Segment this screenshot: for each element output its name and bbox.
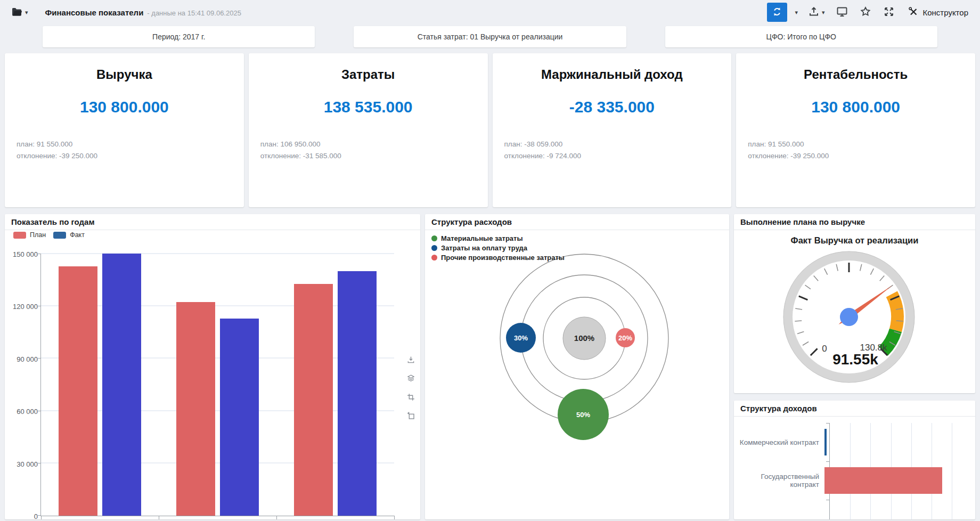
fullscreen-button[interactable]: [881, 4, 897, 21]
bar-Факт[interactable]: [338, 271, 377, 516]
panel-revenue-plan-gauge: Выполнение плана по выручке Факт Выручка…: [734, 214, 975, 393]
filter-cfo[interactable]: ЦФО: Итого по ЦФО: [665, 26, 937, 47]
favorite-button[interactable]: [858, 4, 873, 21]
bottom-row: Показатель по годам План Факт 030 00060 …: [5, 214, 975, 519]
bar-Факт[interactable]: [102, 254, 141, 516]
presentation-button[interactable]: [834, 4, 850, 21]
bars-plot: [40, 254, 394, 516]
bubble-label: 100%: [574, 333, 594, 343]
bubble-label: 50%: [576, 411, 590, 419]
y-axis-label: 150 000: [13, 250, 38, 258]
legend-label: Затраты на оплату труда: [441, 244, 527, 252]
x-axis-tick: [41, 516, 42, 519]
tools-icon: [908, 6, 919, 19]
toolbar: ▾ ▾: [767, 3, 971, 22]
legend-item-material[interactable]: Материальные затраты: [431, 234, 565, 242]
y-axis-label: 90 000: [17, 355, 38, 363]
refresh-button[interactable]: [767, 3, 787, 22]
y-axis-label: 0: [34, 512, 38, 520]
undo-box-icon: [406, 414, 416, 422]
kpi-plan: план: 106 950.000: [260, 139, 341, 150]
bar-Факт[interactable]: [220, 319, 259, 516]
panel-income-structure: Структура доходов Коммерческий контрактГ…: [734, 401, 975, 519]
legend-item-other[interactable]: Прочие производственные затраты: [431, 254, 565, 262]
bar-group: [159, 254, 276, 516]
kpi-title: Маржинальный доход: [493, 67, 732, 82]
gauge-value-label: 91.55k: [832, 351, 878, 368]
refresh-icon: [771, 6, 783, 19]
kpi-row: Выручка 130 800.000 план: 91 550.000 отк…: [5, 53, 975, 207]
legend-item-fact[interactable]: Факт: [53, 231, 85, 239]
hbar-bar[interactable]: [824, 467, 942, 494]
kpi-value: 138 535.000: [249, 98, 488, 116]
kpi-deviation: отклонение: -39 250.000: [748, 150, 829, 162]
panel-title: Показатель по годам: [5, 214, 420, 230]
panel-title: Структура расходов: [425, 214, 729, 230]
bar-group: [41, 254, 159, 516]
y-axis-label: 60 000: [17, 408, 38, 416]
kpi-meta: план: 91 550.000 отклонение: -39 250.000: [17, 139, 97, 162]
legend-label: Материальные затраты: [441, 234, 523, 242]
hbar-category-label: Государственный контракт: [734, 473, 824, 489]
bubble-label: 30%: [514, 334, 528, 342]
constructor-button[interactable]: Конструктор: [904, 5, 971, 20]
gauge-chart: 0130.8k91.55k: [734, 230, 975, 393]
layers-button[interactable]: [405, 372, 417, 386]
kpi-value: -28 335.000: [493, 98, 732, 116]
zoom-select-button[interactable]: [405, 391, 417, 405]
kpi-meta: план: 106 950.000 отклонение: -31 585.00…: [260, 139, 341, 162]
kpi-plan: план: 91 550.000: [748, 139, 829, 150]
panel-title: Выполнение плана по выручке: [734, 214, 975, 230]
top-bar: ▾ Финансовые показатели - данные на 15:4…: [0, 0, 980, 25]
export-button[interactable]: ▾: [805, 3, 827, 22]
hbar-bar[interactable]: [824, 429, 827, 455]
legend-swatch-fact: [53, 232, 66, 239]
panel-title: Структура доходов: [734, 401, 975, 417]
hbar-track: [824, 467, 952, 494]
y-axis-label: 30 000: [17, 460, 38, 468]
hbar-track: [824, 429, 952, 455]
gauge-min-label: 0: [822, 344, 827, 354]
gauge-tick: [896, 321, 903, 321]
kpi-deviation: отклонение: -31 585.000: [260, 150, 341, 162]
y-axis-tick: [826, 461, 830, 462]
export-icon: [807, 5, 820, 20]
kpi-meta: план: 91 550.000 отклонение: -39 250.000: [748, 139, 829, 162]
filter-row: Период: 2017 г. Статья затрат: 01 Выручк…: [0, 25, 980, 49]
hbar-chart: Коммерческий контрактГосударственный кон…: [734, 423, 975, 519]
y-axis-label: 120 000: [13, 303, 38, 311]
kpi-title: Выручка: [5, 67, 244, 82]
kpi-title: Рентабельность: [736, 67, 975, 82]
export-dropdown-caret: ▾: [822, 10, 825, 15]
filter-period[interactable]: Период: 2017 г.: [43, 26, 315, 47]
reset-zoom-button[interactable]: [405, 410, 417, 424]
download-button[interactable]: [405, 354, 417, 368]
x-axis-tick: [159, 516, 159, 519]
filter-cost-item[interactable]: Статья затрат: 01 Выручка от реализации: [354, 26, 626, 47]
legend-swatch-plan: [13, 232, 26, 239]
bar-План[interactable]: [176, 302, 215, 516]
kpi-title: Затраты: [249, 67, 488, 82]
bar-План[interactable]: [59, 266, 97, 516]
legend-item-plan[interactable]: План: [13, 231, 46, 239]
open-dashboard-button[interactable]: ▾: [9, 3, 30, 22]
kpi-deviation: отклонение: -39 250.000: [17, 150, 97, 162]
gauge-tick: [795, 321, 802, 321]
x-axis-tick: [276, 516, 277, 519]
bar-План[interactable]: [294, 284, 333, 516]
x-axis-tick: [394, 516, 395, 519]
kpi-meta: план: -38 059.000 отклонение: -9 724.000: [504, 139, 582, 162]
kpi-value: 130 800.000: [736, 98, 975, 116]
legend-item-labor[interactable]: Затраты на оплату труда: [431, 244, 565, 252]
kpi-value: 130 800.000: [5, 98, 244, 116]
refresh-dropdown-caret[interactable]: ▾: [795, 10, 798, 15]
legend-label: Факт: [70, 231, 85, 239]
page-subtitle: - данные на 15:41 09.06.2025: [147, 9, 241, 17]
fullscreen-icon: [883, 5, 895, 20]
y-axis-tick: [826, 423, 830, 424]
legend-dot: [431, 245, 437, 251]
bars-y-axis-labels: 030 00060 00090 000120 000150 000: [5, 254, 38, 516]
gridline: [952, 423, 952, 519]
dashboard-app: ▾ Финансовые показатели - данные на 15:4…: [0, 0, 980, 521]
bubble-label: 20%: [618, 334, 632, 342]
